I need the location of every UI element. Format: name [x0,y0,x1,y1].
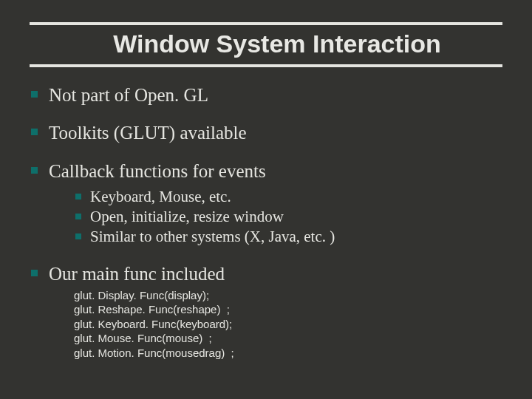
code-line: glut. Motion. Func(mousedrag) ; [74,347,234,359]
bullet-text: Toolkits (GLUT) available [49,123,247,143]
sub-bullet-text: Similar to other systems (X, Java, etc. … [90,228,335,245]
slide: Window System Interaction Not part of Op… [0,0,532,399]
bottom-rule [30,64,502,67]
bullet-list: Not part of Open. GL Toolkits (GLUT) ava… [30,83,502,360]
bullet-item: Callback functions for events Keyboard, … [30,160,502,248]
title-block: Window System Interaction [30,22,502,67]
code-line: glut. Keyboard. Func(keyboard); [74,318,232,330]
bullet-text: Not part of Open. GL [49,85,208,105]
bullet-item: Not part of Open. GL [30,83,502,106]
bullet-item: Toolkits (GLUT) available [30,121,502,144]
sub-bullet-list: Keyboard, Mouse, etc. Open, initialize, … [74,187,502,248]
code-line: glut. Display. Func(display); [74,289,209,301]
slide-title: Window System Interaction [59,25,495,64]
sub-bullet-text: Keyboard, Mouse, etc. [90,188,231,205]
bullet-item: Our main func included glut. Display. Fu… [30,262,502,361]
bullet-text: Callback functions for events [49,161,266,181]
bullet-text: Our main func included [49,264,225,284]
sub-bullet-text: Open, initialize, resize window [90,208,284,225]
sub-bullet-item: Keyboard, Mouse, etc. [74,187,502,207]
sub-bullet-item: Similar to other systems (X, Java, etc. … [74,227,502,247]
code-block: glut. Display. Func(display); glut. Resh… [74,288,502,361]
sub-bullet-item: Open, initialize, resize window [74,207,502,227]
code-line: glut. Reshape. Func(reshape) ; [74,303,230,316]
code-line: glut. Mouse. Func(mouse) ; [74,332,212,344]
